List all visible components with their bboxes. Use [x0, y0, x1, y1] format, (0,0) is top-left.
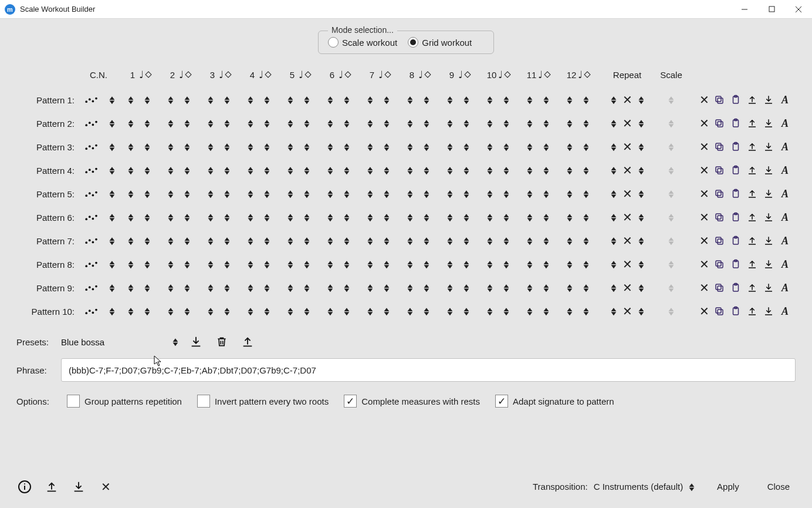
spinner-icon[interactable]: ▲▼: [304, 237, 310, 245]
spinner-icon[interactable]: ▲▼: [447, 119, 453, 127]
apply-button[interactable]: Apply: [711, 478, 745, 495]
spinner-icon[interactable]: ▲▼: [463, 213, 469, 221]
checkbox-group-patterns[interactable]: Group patterns repetition: [67, 395, 182, 408]
spinner-icon[interactable]: ▲▼: [264, 119, 270, 127]
spinner-icon[interactable]: ▲▼: [287, 190, 293, 198]
spinner-icon[interactable]: ▲▼: [248, 143, 253, 151]
spinner-icon[interactable]: ▲▼: [463, 284, 469, 292]
spinner-icon[interactable]: ▲▼: [638, 284, 644, 292]
spinner-icon[interactable]: ▲▼: [447, 143, 453, 151]
spinner-icon[interactable]: ▲▼: [224, 119, 230, 127]
close-window-button[interactable]: [785, 0, 812, 19]
spinner-icon[interactable]: ▲▼: [384, 213, 390, 221]
spinner-icon[interactable]: ▲▼: [327, 119, 333, 127]
spinner-icon[interactable]: ▲▼: [128, 119, 134, 127]
spinner-icon[interactable]: ▲▼: [424, 260, 429, 268]
spinner-icon[interactable]: ▲▼: [224, 284, 230, 292]
spinner-icon[interactable]: ▲▼: [424, 307, 429, 315]
spinner-icon[interactable]: ▲▼: [208, 119, 214, 127]
clear-row-icon[interactable]: ✕: [699, 305, 709, 317]
spinner-icon[interactable]: ▲▼: [248, 213, 253, 221]
script-a-icon[interactable]: A: [779, 164, 791, 177]
spinner-icon[interactable]: ▲▼: [463, 96, 469, 104]
spinner-icon[interactable]: ▲▼: [503, 96, 509, 104]
spinner-icon[interactable]: ▲▼: [424, 166, 429, 174]
spinner-icon[interactable]: ▲▼: [583, 96, 589, 104]
spinner-icon[interactable]: ▲▼: [487, 284, 493, 292]
spinner-icon[interactable]: ▲▼: [407, 237, 413, 245]
download-icon[interactable]: [762, 305, 775, 318]
spinner-icon[interactable]: ▲▼: [424, 119, 429, 127]
spinner-icon[interactable]: ▲▼: [248, 237, 253, 245]
repeat-x-icon[interactable]: ✕: [622, 164, 632, 176]
close-button[interactable]: Close: [762, 478, 796, 495]
repeat-x-icon[interactable]: ✕: [622, 94, 632, 106]
spinner-icon[interactable]: ▲▼: [208, 284, 214, 292]
spinner-icon[interactable]: ▲▼: [638, 143, 644, 151]
spinner-icon[interactable]: ▲▼: [447, 166, 453, 174]
spinner-icon[interactable]: ▲▼: [144, 143, 150, 151]
spinner-icon[interactable]: ▲▼: [344, 213, 350, 221]
spinner-icon[interactable]: ▲▼: [487, 119, 493, 127]
spinner-icon[interactable]: ▲▼: [527, 213, 533, 221]
spinner-icon[interactable]: ▲▼: [184, 284, 190, 292]
copy-icon[interactable]: [713, 234, 726, 247]
spinner-icon[interactable]: ▲▼: [327, 307, 333, 315]
spinner-icon[interactable]: ▲▼: [109, 284, 115, 292]
upload-icon[interactable]: [746, 93, 759, 106]
spinner-icon[interactable]: ▲▼: [567, 96, 573, 104]
spinner-icon[interactable]: ▲▼: [447, 307, 453, 315]
spinner-icon[interactable]: ▲▼: [527, 260, 533, 268]
spinner-icon[interactable]: ▲▼: [287, 284, 293, 292]
spinner-icon[interactable]: ▲▼: [304, 260, 310, 268]
download-icon[interactable]: [762, 258, 775, 271]
spinner-icon[interactable]: ▲▼: [367, 119, 373, 127]
spinner-icon[interactable]: ▲▼: [287, 119, 293, 127]
spinner-icon[interactable]: ▲▼: [463, 119, 469, 127]
repeat-x-icon[interactable]: ✕: [622, 188, 632, 200]
import-all-icon[interactable]: [70, 479, 87, 495]
spinner-icon[interactable]: ▲▼: [583, 237, 589, 245]
upload-icon[interactable]: [746, 258, 759, 271]
spinner-icon[interactable]: ▲▼: [224, 143, 230, 151]
spinner-icon[interactable]: ▲▼: [611, 237, 617, 245]
preset-spinner[interactable]: ▲▼: [172, 338, 178, 346]
clear-row-icon[interactable]: ✕: [699, 117, 709, 129]
spinner-icon[interactable]: ▲▼: [527, 284, 533, 292]
spinner-icon[interactable]: ▲▼: [407, 213, 413, 221]
spinner-icon[interactable]: ▲▼: [463, 307, 469, 315]
spinner-icon[interactable]: ▲▼: [287, 143, 293, 151]
spinner-icon[interactable]: ▲▼: [424, 284, 429, 292]
spinner-icon[interactable]: ▲▼: [487, 260, 493, 268]
spinner-icon[interactable]: ▲▼: [384, 260, 390, 268]
spinner-icon[interactable]: ▲▼: [168, 237, 174, 245]
spinner-icon[interactable]: ▲▼: [447, 260, 453, 268]
spinner-icon[interactable]: ▲▼: [384, 166, 390, 174]
spinner-icon[interactable]: ▲▼: [543, 119, 549, 127]
spinner-icon[interactable]: ▲▼: [264, 260, 270, 268]
download-icon[interactable]: [762, 93, 775, 106]
spinner-icon[interactable]: ▲▼: [248, 96, 253, 104]
spinner-icon[interactable]: ▲▼: [567, 307, 573, 315]
spinner-icon[interactable]: ▲▼: [447, 190, 453, 198]
spinner-icon[interactable]: ▲▼: [447, 284, 453, 292]
transposition-value[interactable]: C Instruments (default): [594, 482, 684, 492]
spinner-icon[interactable]: ▲▼: [264, 190, 270, 198]
repeat-x-icon[interactable]: ✕: [622, 305, 632, 317]
spinner-icon[interactable]: ▲▼: [287, 213, 293, 221]
spinner-icon[interactable]: ▲▼: [503, 190, 509, 198]
spinner-icon[interactable]: ▲▼: [144, 213, 150, 221]
spinner-icon[interactable]: ▲▼: [384, 284, 390, 292]
spinner-icon[interactable]: ▲▼: [384, 307, 390, 315]
spinner-icon[interactable]: ▲▼: [384, 119, 390, 127]
spinner-icon[interactable]: ▲▼: [144, 237, 150, 245]
spinner-icon[interactable]: ▲▼: [184, 119, 190, 127]
spinner-icon[interactable]: ▲▼: [527, 166, 533, 174]
spinner-icon[interactable]: ▲▼: [248, 260, 253, 268]
paste-icon[interactable]: [729, 117, 742, 130]
spinner-icon[interactable]: ▲▼: [168, 166, 174, 174]
spinner-icon[interactable]: ▲▼: [638, 190, 644, 198]
spinner-icon[interactable]: ▲▼: [344, 307, 350, 315]
spinner-icon[interactable]: ▲▼: [168, 213, 174, 221]
spinner-icon[interactable]: ▲▼: [264, 143, 270, 151]
